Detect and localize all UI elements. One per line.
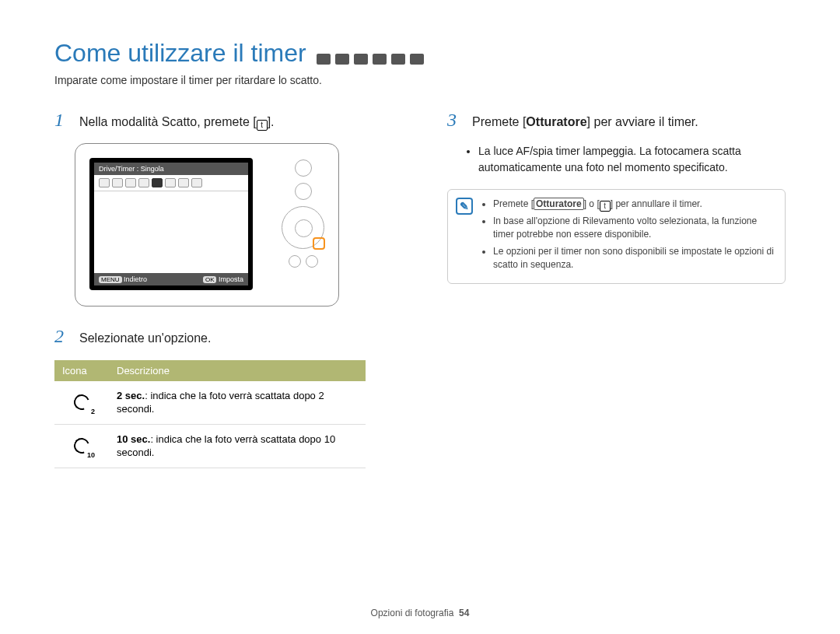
note-item: In base all'opzione di Rilevamento volto…: [493, 215, 775, 242]
camera-small-button: [289, 255, 301, 268]
mode-icons-row: [317, 54, 424, 65]
drive-option-icon: [191, 178, 202, 187]
camera-button: [295, 183, 312, 200]
table-row: 10 10 sec.: indica che la foto verrà sca…: [54, 424, 366, 468]
ok-pill: OK: [203, 276, 217, 283]
mode-icon: [391, 54, 405, 65]
step-text: Premete [Otturatore] per avviare il time…: [472, 110, 698, 131]
drive-option-icon: [125, 178, 136, 187]
timer-2s-icon: 2: [72, 392, 92, 412]
camera-dpad: [282, 206, 324, 249]
menu-pill: MENU: [99, 276, 122, 283]
drive-option-icon: [112, 178, 123, 187]
page-title: Come utilizzare il timer: [54, 39, 306, 68]
step-number: 2: [54, 326, 72, 347]
row-description: 10 sec.: indica che la foto verrà scatta…: [109, 424, 366, 468]
timer-10s-icon: 10: [72, 436, 92, 456]
dpad-center: [295, 219, 313, 237]
drive-option-icon-selected: [152, 178, 163, 187]
table-header-desc: Descrizione: [109, 360, 366, 381]
screen-option-row: [94, 175, 248, 191]
dpad-highlight: [313, 237, 325, 250]
note-icon: ✎: [456, 198, 473, 215]
timer-button-icon: t: [257, 120, 268, 131]
screen-footer: MENU Indietro OK Imposta: [94, 273, 248, 285]
step3-bullet: La luce AF/spia timer lampeggia. La foto…: [478, 143, 786, 175]
drive-option-icon: [178, 178, 189, 187]
camera-small-button: [306, 255, 318, 268]
timer-button-icon: t: [600, 201, 611, 212]
page-subtitle: Imparate come impostare il timer per rit…: [54, 74, 786, 86]
camera-controls: [282, 159, 324, 268]
drive-option-icon: [165, 178, 176, 187]
mode-icon: [410, 54, 424, 65]
drive-option-icon: [138, 178, 149, 187]
options-table: Icona Descrizione 2 2 sec.: indica che l…: [54, 360, 366, 468]
mode-icon: [317, 54, 331, 65]
camera-screen: Drive/Timer : Singola MENU Indietro OK: [89, 158, 253, 290]
right-column: 3 Premete [Otturatore] per avviare il ti…: [447, 110, 786, 468]
page-footer: Opzioni di fotografia 54: [0, 608, 840, 618]
note-item: Le opzioni per il timer non sono disponi…: [493, 245, 775, 272]
mode-icon: [373, 54, 387, 65]
drive-option-icon: [99, 178, 110, 187]
left-column: 1 Nella modalità Scatto, premete [t]. Dr…: [54, 110, 393, 468]
screen-header: Drive/Timer : Singola: [94, 163, 248, 175]
note-item: Premete [Otturatore] o [t] per annullare…: [493, 198, 775, 212]
step-number: 3: [447, 110, 464, 131]
row-description: 2 sec.: indica che la foto verrà scattat…: [109, 381, 366, 425]
mode-icon: [335, 54, 349, 65]
table-header-icon: Icona: [54, 360, 109, 381]
camera-diagram: Drive/Timer : Singola MENU Indietro OK: [75, 143, 339, 306]
note-box: ✎ Premete [Otturatore] o [t] per annulla…: [447, 189, 786, 284]
step-number: 1: [54, 110, 72, 131]
camera-button: [295, 159, 312, 177]
step-text: Nella modalità Scatto, premete [t].: [79, 110, 275, 131]
mode-icon: [354, 54, 368, 65]
step-text: Selezionate un'opzione.: [79, 326, 211, 347]
table-row: 2 2 sec.: indica che la foto verrà scatt…: [54, 381, 366, 425]
